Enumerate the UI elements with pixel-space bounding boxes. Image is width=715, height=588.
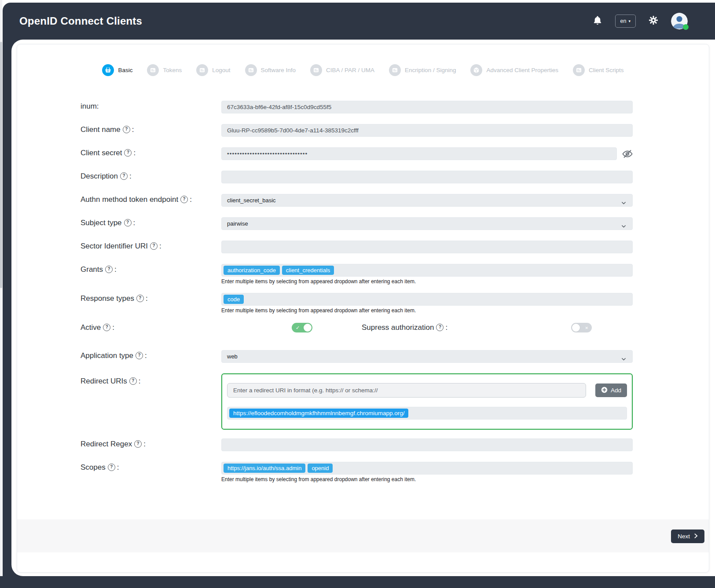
chevron-down-icon (621, 221, 627, 233)
client-secret-field[interactable] (221, 147, 617, 160)
redirect-uri-input[interactable] (227, 383, 586, 398)
client-form-card: Basic Tokens Logout Software Info (17, 44, 709, 573)
inum-field[interactable] (221, 101, 633, 113)
help-icon[interactable]: ? (136, 295, 144, 302)
help-icon[interactable]: ? (108, 464, 115, 471)
help-icon[interactable]: ? (150, 242, 158, 250)
scope-tag[interactable]: https://jans.io/auth/ssa.admin (224, 464, 305, 473)
authn-method-row: Authn method token endpoint?: client_sec… (81, 194, 633, 207)
help-icon[interactable]: ? (120, 172, 128, 180)
response-type-tag[interactable]: code (224, 295, 244, 304)
chevron-right-icon (694, 533, 698, 540)
bottom-frame (0, 576, 715, 588)
subject-type-select[interactable]: pairwise (221, 217, 633, 230)
help-icon[interactable]: ? (136, 352, 143, 359)
help-icon[interactable]: ? (105, 266, 113, 273)
toggle-knob (304, 324, 312, 332)
plus-circle-icon (601, 387, 608, 394)
user-avatar[interactable] (671, 13, 688, 29)
help-icon[interactable]: ? (124, 149, 132, 157)
eye-slash-icon[interactable] (622, 150, 633, 158)
step-advanced-client-properties[interactable]: Advanced Client Properties (470, 64, 558, 76)
grant-tag[interactable]: client_credentials (282, 266, 334, 275)
redirect-regex-row: Redirect Regex?: (81, 438, 633, 451)
redirect-uris-label: Redirect URIs?: (81, 373, 221, 430)
language-label: en (620, 18, 627, 24)
redirect-uris-tag-list[interactable]: https://efloodedcomholdmgmkfhhmmlnnbemgf… (227, 407, 627, 420)
grants-tag-input[interactable]: authorization_code client_credentials (221, 264, 633, 277)
grants-label: Grants?: (81, 264, 221, 285)
inum-row: inum: (81, 101, 633, 113)
scopes-tag-input[interactable]: https://jans.io/auth/ssa.admin openid (221, 462, 633, 475)
step-label: Logout (212, 67, 230, 73)
client-basic-form: inum: Client name?: Client secret?: Desc… (17, 101, 709, 314)
scopes-row: Scopes?: https://jans.io/auth/ssa.admin … (81, 462, 633, 482)
authn-method-label: Authn method token endpoint?: (81, 194, 221, 207)
sector-identifier-uri-field[interactable] (221, 241, 633, 253)
next-button[interactable]: Next (671, 530, 704, 543)
help-icon[interactable]: ? (129, 377, 137, 385)
top-header: OpenID Connect Clients en ▾ (3, 3, 715, 40)
notifications-button[interactable] (592, 15, 603, 27)
card-icon (147, 64, 159, 76)
scopes-label: Scopes?: (81, 462, 221, 482)
help-icon[interactable]: ? (436, 324, 444, 331)
check-icon: ✓ (296, 325, 300, 331)
response-types-row: Response types?: code Enter multiple ite… (81, 293, 633, 314)
client-name-label: Client name?: (81, 124, 221, 137)
active-toggle[interactable]: ✓ (292, 323, 312, 332)
step-software-info[interactable]: Software Info (245, 64, 296, 76)
redirect-regex-label: Redirect Regex?: (81, 438, 221, 451)
redirect-uri-tag[interactable]: https://efloodedcomholdmgmkfhhmmlnnbemgf… (229, 409, 408, 418)
help-icon[interactable]: ? (134, 440, 142, 448)
caret-down-icon: ▾ (628, 19, 631, 23)
authn-method-select[interactable]: client_secret_basic (221, 194, 633, 207)
card-footer: Next (17, 519, 709, 552)
toggle-knob (572, 324, 580, 332)
active-label: Active?: (81, 323, 221, 332)
multi-item-helper-text: Enter multiple items by selecting from a… (221, 307, 633, 314)
help-icon[interactable]: ? (124, 219, 132, 226)
redirect-regex-field[interactable] (221, 438, 633, 451)
step-label: Encription / Signing (405, 67, 456, 73)
client-name-field[interactable] (221, 124, 633, 137)
supress-authorization-toggle[interactable]: ✕ (571, 323, 592, 332)
step-label: Client Scripts (589, 67, 624, 73)
application-type-label: Application type?: (81, 350, 221, 363)
step-label: Basic (118, 67, 132, 73)
header-actions: en ▾ (592, 13, 688, 29)
add-redirect-uri-button[interactable]: Add (595, 383, 627, 397)
language-selector[interactable]: en ▾ (615, 15, 636, 28)
grant-tag[interactable]: authorization_code (224, 266, 280, 275)
redirect-uris-highlight-box: Add https://efloodedcomholdmgmkfhhmmlnnb… (221, 373, 633, 430)
basket-icon (102, 64, 114, 76)
help-icon[interactable]: ? (123, 126, 130, 133)
chevron-down-icon (621, 354, 627, 366)
application-type-select[interactable]: web (221, 350, 633, 363)
client-secret-label: Client secret?: (81, 147, 221, 160)
step-client-scripts[interactable]: Client Scripts (573, 64, 624, 76)
response-types-tag-input[interactable]: code (221, 293, 633, 306)
help-icon[interactable]: ? (180, 196, 188, 203)
card-icon (310, 64, 322, 76)
step-ciba-par-uma[interactable]: CIBA / PAR / UMA (310, 64, 374, 76)
bell-icon (593, 15, 602, 27)
subject-type-label: Subject type?: (81, 217, 221, 230)
scrollbar-track[interactable] (0, 0, 2, 576)
add-button-label: Add (611, 387, 621, 394)
multi-item-helper-text: Enter multiple items by selecting from a… (221, 278, 633, 285)
settings-button[interactable] (648, 15, 659, 27)
help-icon[interactable]: ? (103, 324, 110, 331)
active-supress-row: Active?: ✓ Supress authorization?: ✕ (17, 321, 709, 334)
response-types-label: Response types?: (81, 293, 221, 314)
client-basic-form-lower: Application type?: web Redirect URIs?: (17, 350, 709, 482)
online-status-dot (683, 24, 689, 30)
multi-item-helper-text: Enter multiple items by selecting from a… (221, 476, 633, 482)
step-tokens[interactable]: Tokens (147, 64, 182, 76)
step-basic[interactable]: Basic (102, 64, 132, 76)
scope-tag[interactable]: openid (308, 464, 333, 473)
step-encription-signing[interactable]: Encription / Signing (389, 64, 456, 76)
step-logout[interactable]: Logout (196, 64, 230, 76)
scrollbar-thumb[interactable] (0, 42, 2, 288)
description-field[interactable] (221, 171, 633, 183)
